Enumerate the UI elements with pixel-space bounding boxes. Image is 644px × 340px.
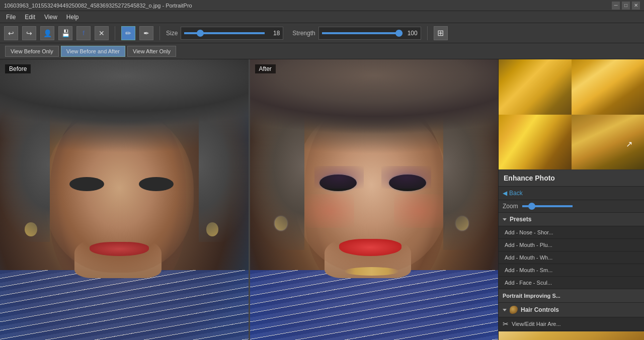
photo-area: Before [0, 59, 498, 340]
brush-tool-button[interactable]: ✏ [121, 26, 135, 40]
size-label: Size [166, 30, 178, 37]
redo-button[interactable]: ↪ [22, 26, 36, 40]
hair-swatch-4[interactable]: ↗ [572, 115, 645, 170]
view-edit-hair-button[interactable]: ✂ View/Edit Hair Are... [499, 317, 644, 331]
title-text: 10603963_101553249449250082_458369325272… [4, 3, 192, 9]
after-photo [250, 59, 499, 340]
size-slider[interactable] [184, 32, 265, 34]
titlebar-controls: ─ □ ✕ [612, 2, 640, 10]
hair-swatch-2[interactable] [572, 59, 645, 115]
back-arrow-icon: ◀ [503, 190, 507, 197]
titlebar: 10603963_101553249449250082_458369325272… [0, 0, 644, 11]
hair-recolor-swatch [499, 331, 644, 340]
view-after-only-button[interactable]: View After Only [127, 46, 176, 57]
preset-item-4[interactable]: Add - Face - Scul... [499, 277, 644, 289]
minimize-button[interactable]: ─ [612, 2, 620, 10]
presets-section-header[interactable]: Presets [499, 213, 644, 226]
hair-controls-title: Hair Controls [521, 306, 559, 313]
back-label: Back [509, 190, 523, 197]
layers-button[interactable]: ⊞ [434, 26, 448, 40]
hair-controls-header[interactable]: Hair Controls [499, 303, 644, 317]
hair-preview-area: ↗ [499, 59, 644, 170]
hair-swatch-1[interactable] [499, 59, 572, 115]
menu-edit[interactable]: Edit [21, 13, 39, 22]
hair-controls-collapse-icon [503, 309, 507, 311]
enhance-photo-header: Enhance Photo [499, 170, 644, 187]
presets-title: Presets [510, 216, 531, 223]
back-button[interactable]: ◀ Back [503, 190, 523, 197]
view-before-after-button[interactable]: View Before and After [61, 46, 125, 57]
person-button[interactable]: 👤 [40, 26, 54, 40]
right-panel: ↗ Enhance Photo ◀ Back Zoom Presets [498, 59, 644, 340]
hair-swatch-grid: ↗ [499, 59, 644, 169]
cursor-indicator: ↗ [626, 139, 632, 148]
preset-item-0[interactable]: Add - Nose - Shor... [499, 226, 644, 239]
strength-control: Strength 100 [292, 27, 421, 40]
toolbar-separator-3 [427, 26, 428, 40]
hair-icon [510, 306, 518, 314]
preset-item-2[interactable]: Add - Mouth - Wh... [499, 251, 644, 264]
strength-value: 100 [406, 30, 418, 37]
close-button[interactable]: ✕ [632, 2, 640, 10]
toolbar: ↩ ↪ 👤 💾 f ✕ ✏ ✒ Size 18 Strength 100 ⊞ [0, 23, 644, 43]
menu-view[interactable]: View [40, 13, 61, 22]
main-area: Before [0, 59, 644, 340]
hair-recolor-swatch-area: ▼ [499, 331, 644, 340]
size-slider-container: 18 [181, 27, 283, 40]
strength-label: Strength [292, 30, 315, 37]
maximize-button[interactable]: □ [622, 2, 630, 10]
zoom-row: Zoom [499, 200, 644, 213]
panel-scroll-area[interactable]: Presets Add - Nose - Shor... Add - Mouth… [499, 213, 644, 340]
menubar: File Edit View Help [0, 11, 644, 23]
after-panel: After [250, 59, 499, 340]
back-area: ◀ Back [499, 187, 644, 200]
strength-slider[interactable] [322, 32, 403, 34]
enhance-photo-title: Enhance Photo [504, 174, 555, 182]
after-label: After [255, 64, 276, 73]
menu-file[interactable]: File [2, 13, 20, 22]
viewbar: View Before Only View Before and After V… [0, 43, 644, 59]
preset-item-1[interactable]: Add - Mouth - Plu... [499, 239, 644, 251]
before-panel: Before [0, 59, 249, 340]
preset-item-3[interactable]: Add - Mouth - Sm... [499, 264, 644, 277]
hair-swatch-3[interactable] [499, 115, 572, 170]
strength-slider-container: 100 [318, 27, 421, 40]
toolbar-separator-2 [159, 26, 160, 40]
view-edit-hair-label: View/Edit Hair Are... [512, 321, 561, 327]
before-photo [0, 59, 249, 340]
hair-edit-icon: ✂ [503, 320, 509, 328]
toolbar-separator-1 [115, 26, 115, 40]
erase-tool-button[interactable]: ✒ [139, 26, 153, 40]
menu-help[interactable]: Help [62, 13, 83, 22]
view-before-only-button[interactable]: View Before Only [5, 46, 59, 57]
zoom-slider[interactable] [522, 205, 573, 207]
close-photo-button[interactable]: ✕ [95, 26, 109, 40]
size-value: 18 [268, 30, 280, 37]
save-button[interactable]: 💾 [58, 26, 72, 40]
presets-collapse-icon [503, 218, 507, 221]
portrait-section-title: Portrait Improving S... [503, 293, 560, 299]
zoom-label: Zoom [503, 203, 518, 210]
facebook-button[interactable]: f [76, 26, 91, 40]
before-label: Before [5, 64, 31, 73]
size-control: Size 18 [166, 27, 283, 40]
portrait-improving-section: Portrait Improving S... [499, 289, 644, 303]
undo-button[interactable]: ↩ [4, 26, 18, 40]
